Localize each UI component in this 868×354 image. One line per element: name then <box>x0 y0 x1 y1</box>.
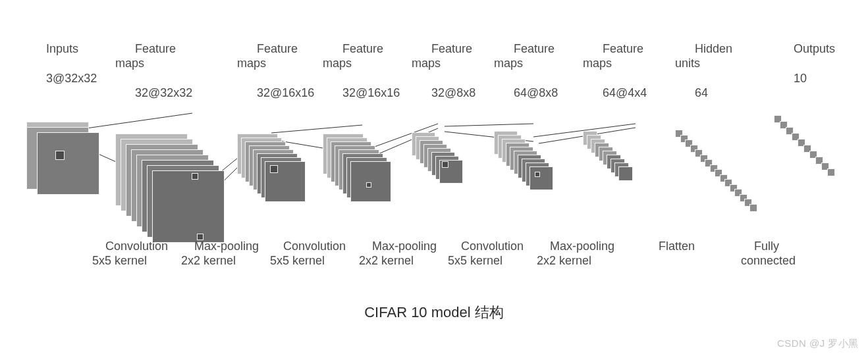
cnn-architecture-diagram: Inputs 3@32x32 Feature maps 32@32x32 <box>26 26 856 303</box>
op-fc: Fullyconnected <box>741 224 796 283</box>
layer-featuremaps-3: Feature maps 32@16x16 <box>323 26 408 234</box>
op-pool3: Max-pooling2x2 kernel <box>537 224 614 283</box>
diagram-caption: CIFAR 10 model 结构 <box>0 303 868 322</box>
layer-outputs: Outputs 10 <box>774 26 846 199</box>
layer-label: Feature maps 32@32x32 <box>115 26 234 115</box>
layer-label: Feature maps 32@8x8 <box>412 26 484 115</box>
op-conv2: Convolution5x5 kernel <box>270 224 346 283</box>
layer-label: Outputs 10 <box>774 26 846 101</box>
watermark: CSDN @J 罗小黑 <box>777 338 859 350</box>
layer-featuremaps-4: Feature maps 32@8x8 <box>412 26 484 214</box>
layer-label: Feature maps 64@8x8 <box>494 26 573 115</box>
op-conv3: Convolution5x5 kernel <box>448 224 524 283</box>
layer-label: Feature maps 32@16x16 <box>237 26 323 115</box>
op-conv1: Convolution5x5 kernel <box>92 224 168 283</box>
op-pool1: Max-pooling2x2 kernel <box>181 224 259 283</box>
layer-hidden-units: Hidden units 64 <box>675 26 767 247</box>
layer-label: Feature maps 32@16x16 <box>323 26 408 115</box>
layer-label: Inputs 3@32x32 <box>26 26 105 101</box>
layer-label: Hidden units 64 <box>675 26 767 115</box>
op-flatten: Flatten <box>645 224 695 283</box>
layer-label: Feature maps 64@4x4 <box>583 26 655 115</box>
layer-featuremaps-5: Feature maps 64@8x8 <box>494 26 573 214</box>
layer-featuremaps-2: Feature maps 32@16x16 <box>237 26 323 234</box>
op-pool2: Max-pooling2x2 kernel <box>359 224 437 283</box>
layer-featuremaps-6: Feature maps 64@4x4 <box>583 26 655 201</box>
layer-inputs: Inputs 3@32x32 <box>26 26 105 239</box>
